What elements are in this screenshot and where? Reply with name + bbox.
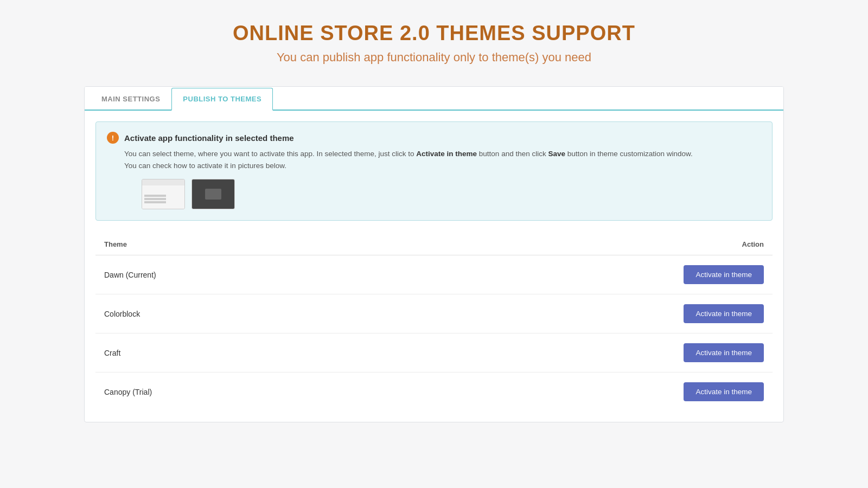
info-body-bold-2: Save [548, 150, 565, 158]
tab-content-publish-to-themes: ! Activate app functionality in selected… [85, 111, 783, 422]
table-row: Canopy (Trial)Activate in theme [95, 373, 773, 412]
info-body-text-2: You can check how to activate it in pict… [124, 162, 286, 170]
tab-publish-to-themes[interactable]: PUBLISH TO THEMES [171, 88, 273, 111]
theme-action-cell: Activate in theme [377, 294, 773, 333]
activate-theme-button[interactable]: Activate in theme [684, 265, 764, 284]
theme-name: Canopy (Trial) [95, 373, 377, 412]
thumbnail-2-img [192, 179, 234, 209]
thumbnails [142, 179, 761, 209]
table-row: CraftActivate in theme [95, 333, 773, 373]
theme-name: Dawn (Current) [95, 255, 377, 294]
main-card: MAIN SETTINGS PUBLISH TO THEMES ! Activa… [84, 86, 784, 422]
info-box-header: ! Activate app functionality in selected… [107, 132, 761, 144]
info-box-title: Activate app functionality in selected t… [124, 133, 294, 143]
page-title: ONLINE STORE 2.0 THEMES SUPPORT [233, 22, 635, 45]
tabs-bar: MAIN SETTINGS PUBLISH TO THEMES [85, 87, 783, 111]
activate-theme-button[interactable]: Activate in theme [684, 304, 764, 323]
thumbnail-1 [142, 179, 185, 209]
info-body-text-1: You can select theme, where you want to … [124, 150, 416, 158]
info-box-body: You can select theme, where you want to … [124, 148, 761, 209]
info-box: ! Activate app functionality in selected… [95, 121, 773, 221]
activate-theme-button[interactable]: Activate in theme [684, 343, 764, 362]
activate-theme-button[interactable]: Activate in theme [684, 382, 764, 401]
table-row: ColorblockActivate in theme [95, 294, 773, 333]
thumbnail-1-img [142, 179, 184, 209]
info-body-suffix: button in theme customization window. [565, 150, 693, 158]
theme-action-cell: Activate in theme [377, 333, 773, 373]
col-theme-header: Theme [95, 234, 377, 255]
tab-main-settings[interactable]: MAIN SETTINGS [90, 88, 171, 111]
info-body-bold-1: Activate in theme [416, 150, 477, 158]
info-icon: ! [107, 132, 119, 144]
info-body-mid: button and then click [477, 150, 548, 158]
theme-name: Craft [95, 333, 377, 373]
table-row: Dawn (Current)Activate in theme [95, 255, 773, 294]
theme-action-cell: Activate in theme [377, 373, 773, 412]
theme-action-cell: Activate in theme [377, 255, 773, 294]
thumbnail-2 [192, 179, 235, 209]
col-action-header: Action [377, 234, 773, 255]
themes-table: Theme Action Dawn (Current)Activate in t… [95, 234, 773, 411]
theme-name: Colorblock [95, 294, 377, 333]
page-subtitle: You can publish app functionality only t… [233, 50, 635, 65]
page-header: ONLINE STORE 2.0 THEMES SUPPORT You can … [233, 22, 635, 65]
